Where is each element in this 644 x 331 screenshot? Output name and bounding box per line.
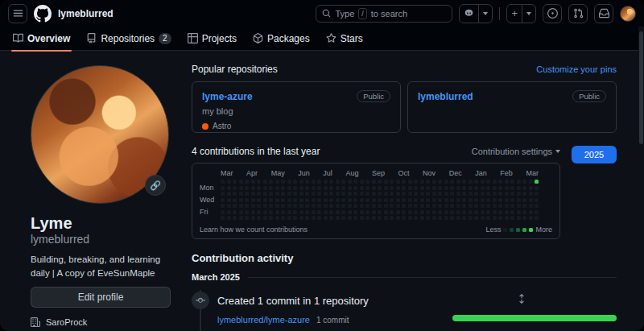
contribution-cell[interactable] (245, 198, 249, 202)
contribution-cell[interactable] (329, 186, 333, 190)
contribution-cell[interactable] (390, 216, 394, 220)
contribution-cell[interactable] (263, 210, 267, 214)
contribution-cell[interactable] (233, 192, 237, 196)
contribution-cell[interactable] (281, 186, 285, 190)
contribution-cell[interactable] (486, 210, 490, 214)
contribution-cell[interactable] (408, 180, 412, 184)
contribution-cell[interactable] (299, 198, 303, 202)
contribution-cell[interactable] (486, 216, 490, 220)
contribution-cell[interactable] (341, 204, 345, 208)
contribution-cell[interactable] (390, 192, 394, 196)
contribution-cell[interactable] (360, 216, 364, 220)
contribution-cell[interactable] (353, 216, 357, 220)
contribution-cell[interactable] (372, 210, 376, 214)
contribution-cell[interactable] (378, 192, 382, 196)
contribution-cell[interactable] (221, 180, 225, 184)
contribution-cell[interactable] (275, 210, 279, 214)
contribution-cell[interactable] (299, 192, 303, 196)
contribution-cell[interactable] (408, 216, 412, 220)
contribution-cell[interactable] (432, 216, 436, 220)
tab-projects[interactable]: Projects (181, 27, 243, 51)
contribution-cell[interactable] (239, 198, 243, 202)
contribution-cell[interactable] (353, 180, 357, 184)
contribution-cell[interactable] (275, 192, 279, 196)
contribution-cell[interactable] (414, 216, 418, 220)
contribution-cell[interactable] (336, 204, 340, 208)
contribution-cell[interactable] (348, 216, 352, 220)
contribution-cell[interactable] (317, 180, 321, 184)
contribution-cell[interactable] (360, 186, 364, 190)
contribution-cell[interactable] (474, 180, 478, 184)
contribution-cell[interactable] (481, 204, 485, 208)
contribution-cell[interactable] (420, 210, 424, 214)
contribution-cell[interactable] (444, 180, 448, 184)
contribution-cell[interactable] (348, 204, 352, 208)
contribution-cell[interactable] (239, 186, 243, 190)
contribution-cell[interactable] (341, 186, 345, 190)
contribution-cell[interactable] (378, 186, 382, 190)
contribution-cell[interactable] (227, 192, 231, 196)
contribution-cell[interactable] (317, 198, 321, 202)
contribution-cell[interactable] (402, 204, 406, 208)
contribution-cell[interactable] (498, 204, 502, 208)
contribution-cell[interactable] (505, 216, 509, 220)
contribution-cell[interactable] (529, 210, 533, 214)
contribution-cell[interactable] (408, 204, 412, 208)
contribution-cell[interactable] (402, 210, 406, 214)
contribution-cell[interactable] (263, 180, 267, 184)
contribution-cell[interactable] (312, 204, 316, 208)
contribution-cell[interactable] (353, 204, 357, 208)
contribution-cell[interactable] (233, 204, 237, 208)
contribution-cell[interactable] (438, 198, 442, 202)
contribution-cell[interactable] (450, 216, 454, 220)
contribution-cell[interactable] (396, 192, 400, 196)
contribution-cell[interactable] (535, 192, 539, 196)
header-user-avatar[interactable] (620, 6, 636, 22)
contribution-cell[interactable] (414, 192, 418, 196)
contribution-cell[interactable] (239, 180, 243, 184)
contribution-cell[interactable] (396, 198, 400, 202)
contribution-cell[interactable] (263, 192, 267, 196)
contribution-cell[interactable] (353, 192, 357, 196)
contribution-cell[interactable] (287, 204, 291, 208)
contribution-cell[interactable] (293, 204, 297, 208)
contribution-cell[interactable] (498, 186, 502, 190)
contribution-cell[interactable] (245, 180, 249, 184)
contribution-cell[interactable] (444, 216, 448, 220)
contribution-cell[interactable] (287, 192, 291, 196)
contribution-cell[interactable] (517, 186, 521, 190)
create-new-dropdown-button[interactable] (522, 5, 535, 23)
contribution-cell[interactable] (372, 198, 376, 202)
contribution-cell[interactable] (384, 210, 388, 214)
contribution-cell[interactable] (372, 216, 376, 220)
contribution-cell[interactable] (372, 186, 376, 190)
contribution-cell[interactable] (408, 210, 412, 214)
contribution-cell[interactable] (486, 186, 490, 190)
contribution-cell[interactable] (462, 204, 466, 208)
contribution-cell[interactable] (420, 216, 424, 220)
contribution-cell[interactable] (263, 216, 267, 220)
contribution-cell[interactable] (529, 180, 533, 184)
repo-link[interactable]: lymeblurred (418, 91, 473, 102)
contribution-cell[interactable] (293, 192, 297, 196)
contribution-cell[interactable] (384, 216, 388, 220)
contribution-cell[interactable] (329, 204, 333, 208)
contribution-cell[interactable] (408, 186, 412, 190)
contribution-cell[interactable] (396, 204, 400, 208)
customize-pins-link[interactable]: Customize your pins (536, 64, 617, 74)
contribution-cell[interactable] (505, 180, 509, 184)
contribution-cell[interactable] (221, 204, 225, 208)
contribution-cell[interactable] (329, 180, 333, 184)
contribution-cell[interactable] (360, 210, 364, 214)
contribution-cell[interactable] (227, 210, 231, 214)
contribution-cell[interactable] (227, 204, 231, 208)
contribution-cell[interactable] (402, 186, 406, 190)
contribution-cell[interactable] (517, 210, 521, 214)
contribution-cell[interactable] (275, 204, 279, 208)
contribution-cell[interactable] (305, 192, 309, 196)
contribution-cell[interactable] (535, 204, 539, 208)
contribution-cell[interactable] (317, 204, 321, 208)
contribution-cell[interactable] (269, 186, 273, 190)
contribution-cell[interactable] (263, 204, 267, 208)
contribution-cell[interactable] (535, 180, 539, 184)
